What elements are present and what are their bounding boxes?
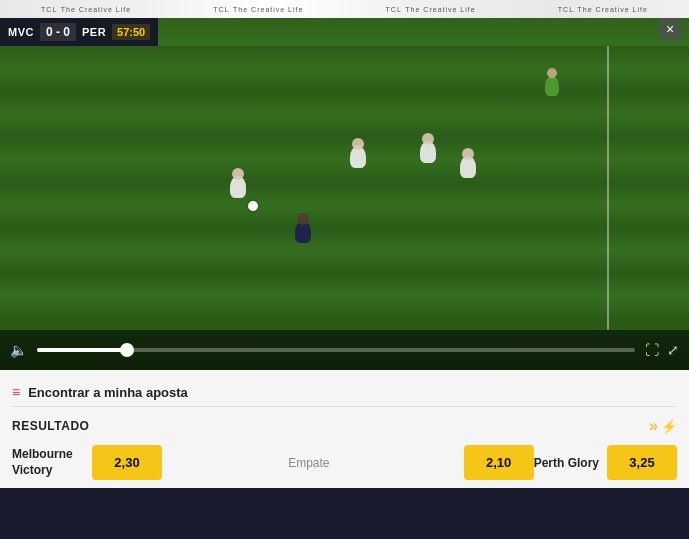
player-5 [295,221,311,243]
bottom-panel: ≡ Encontrar a minha aposta RESULTADO » ⚡… [0,370,689,488]
ad-banner: TCL The Creative Life TCL The Creative L… [0,0,689,18]
player-4 [460,156,476,178]
away-team-abbr: PER [82,26,106,38]
filter-icon: ≡ [12,384,20,400]
find-bet-row: ≡ Encontrar a minha aposta [12,378,677,407]
progress-bar[interactable] [37,348,635,352]
ad-tcl-3: TCL The Creative Life [386,4,476,14]
results-section: RESULTADO » ⚡ MelbourneVictory 2,30 Empa… [12,407,677,488]
soccer-ball [248,201,258,211]
away-section: Perth Glory 3,25 [534,445,677,480]
video-player: TCL The Creative Life TCL The Creative L… [0,0,689,370]
fullscreen-controls: ⛶ ⤢ [645,342,679,358]
volume-icon[interactable]: 🔈 [10,342,27,358]
live-chevron-1: » [649,417,658,435]
score-bar: MVC 0 - 0 PER 57:50 [0,18,158,46]
goalkeeper-head [547,68,557,78]
live-icon: » ⚡ [649,417,677,435]
home-odds-button[interactable]: 2,30 [92,445,162,480]
player-1 [230,176,246,198]
match-score: 0 - 0 [40,23,76,41]
ad-tcl-4: TCL The Creative Life [558,4,648,14]
field-visual [0,46,689,330]
draw-label: Empate [162,456,456,470]
player-3 [420,141,436,163]
fullscreen-icon[interactable]: ⛶ [645,342,659,358]
results-label: RESULTADO [12,419,89,433]
player-2 [350,146,366,168]
field-line [607,46,609,330]
away-team-label: Perth Glory [534,456,599,470]
find-bet-label: Encontrar a minha aposta [28,385,188,400]
ad-tcl-2: TCL The Creative Life [213,4,303,14]
live-chevron-2: ⚡ [661,419,677,434]
match-time: 57:50 [112,24,150,40]
video-controls: 🔈 ⛶ ⤢ [0,330,689,370]
betting-row: MelbourneVictory 2,30 Empate 2,10 Perth … [12,445,677,480]
draw-odds-button[interactable]: 2,10 [464,445,534,480]
ad-tcl-1: TCL The Creative Life [41,4,131,14]
close-button[interactable]: × [659,18,681,40]
home-team-abbr: MVC [8,26,34,38]
progress-fill [37,348,127,352]
draw-section: Empate 2,10 [162,445,534,480]
results-header: RESULTADO » ⚡ [12,417,677,435]
progress-thumb [120,343,134,357]
resize-icon[interactable]: ⤢ [667,342,679,358]
home-team-label: MelbourneVictory [12,447,92,478]
away-odds-button[interactable]: 3,25 [607,445,677,480]
goalkeeper [545,76,559,96]
